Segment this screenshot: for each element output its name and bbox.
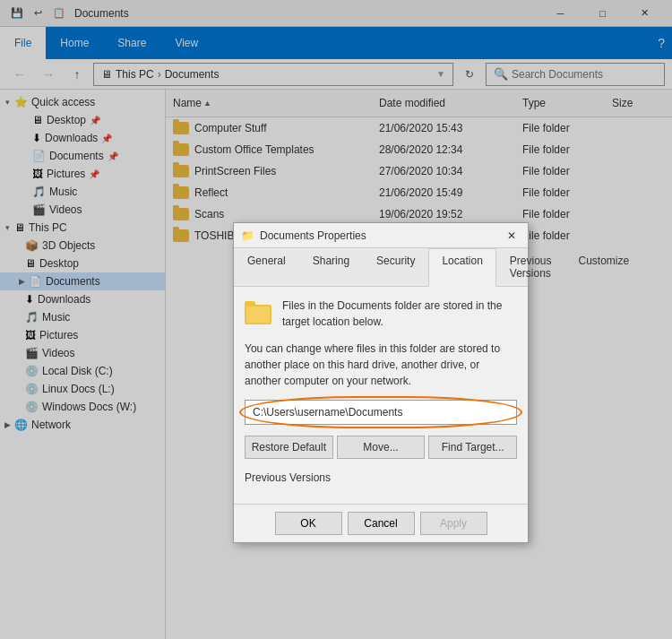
documents-properties-dialog: 📁 Documents Properties ✕ General Sharing… [233, 222, 529, 543]
dialog-footer: OK Cancel Apply [234, 504, 528, 542]
dialog-tab-sharing[interactable]: Sharing [299, 248, 363, 286]
dialog-tab-general[interactable]: General [234, 248, 299, 286]
dialog-description-2: You can change where files in this folde… [245, 341, 517, 389]
dialog-action-buttons: Restore Default Move... Find Target... [245, 436, 517, 459]
dialog-path-field[interactable]: C:\Users\username\Documents [245, 400, 517, 425]
apply-button[interactable]: Apply [420, 512, 487, 535]
dialog-tab-customize[interactable]: Customize [565, 248, 643, 286]
svg-rect-2 [246, 307, 270, 323]
dialog-tab-location[interactable]: Location [428, 248, 495, 287]
dialog-folder-icon [245, 298, 273, 326]
restore-default-button[interactable]: Restore Default [245, 436, 333, 459]
find-target-button[interactable]: Find Target... [428, 436, 517, 459]
dialog-close-button[interactable]: ✕ [503, 227, 521, 245]
dialog-path-text: C:\Users\username\Documents [253, 406, 402, 419]
dialog-previous-versions-label: Previous Versions [245, 471, 517, 484]
dialog-folder-small-icon: 📁 [241, 229, 254, 242]
dialog-tabs: General Sharing Security Location Previo… [234, 248, 528, 287]
move-button[interactable]: Move... [337, 436, 426, 459]
dialog-path-wrapper: C:\Users\username\Documents [245, 400, 517, 425]
dialog-tab-security[interactable]: Security [363, 248, 428, 286]
dialog-tab-previous-versions[interactable]: Previous Versions [496, 248, 565, 286]
dialog-info-section: Files in the Documents folder are stored… [245, 298, 517, 330]
svg-rect-1 [245, 301, 255, 307]
ok-button[interactable]: OK [275, 512, 342, 535]
dialog-content: Files in the Documents folder are stored… [234, 287, 528, 504]
dialog-title-bar: 📁 Documents Properties ✕ [234, 223, 528, 248]
dialog-title-text: 📁 Documents Properties [241, 229, 366, 242]
dialog-description-1: Files in the Documents folder are stored… [282, 298, 517, 330]
dialog-title-label: Documents Properties [260, 229, 366, 242]
cancel-button[interactable]: Cancel [348, 512, 415, 535]
